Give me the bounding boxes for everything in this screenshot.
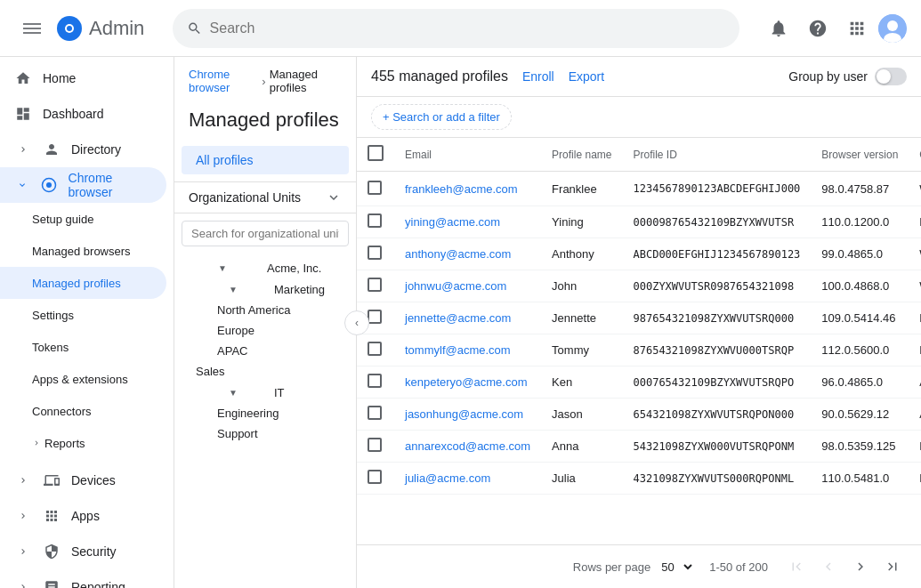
last-page-button[interactable] (878, 552, 907, 581)
sidebar-item-dashboard[interactable]: Dashboard (0, 96, 166, 132)
sidebar-child-setup-guide[interactable]: Setup guide (0, 203, 166, 235)
org-node-sales[interactable]: Sales (174, 361, 356, 382)
group-by-toggle[interactable] (875, 68, 907, 85)
svg-rect-0 (23, 23, 41, 25)
org-node-acme[interactable]: ▼ Acme, Inc. (174, 257, 356, 278)
search-org-input[interactable] (182, 221, 349, 246)
sidebar-child-managed-browsers[interactable]: Managed browsers (0, 235, 166, 267)
svg-point-7 (887, 20, 898, 31)
panel-collapse-button[interactable]: ‹ (344, 310, 369, 335)
sidebar-child-reports[interactable]: Reports (0, 427, 166, 459)
table-row: jennette@acme.com Jennette 987654321098Z… (357, 302, 921, 334)
svg-rect-2 (23, 32, 41, 34)
logo-circle (57, 16, 82, 41)
sidebar-child-managed-profiles[interactable]: Managed profiles (0, 267, 166, 299)
row-checkbox[interactable] (368, 213, 382, 228)
add-filter-button[interactable]: + Search or add a filter (371, 104, 512, 130)
row-checkbox[interactable] (368, 342, 382, 356)
row-profile-name: Jennette (541, 302, 622, 334)
row-os-version: Mac 12.6 (909, 206, 921, 238)
org-node-north-america[interactable]: North America (174, 300, 356, 320)
search-bar[interactable] (173, 9, 739, 48)
org-node-label: APAC (217, 344, 349, 358)
org-units-chevron-icon (326, 189, 342, 205)
export-link[interactable]: Export (569, 69, 604, 84)
row-checkbox[interactable] (368, 470, 382, 484)
prev-page-button[interactable] (814, 552, 843, 581)
row-checkbox[interactable] (368, 374, 382, 388)
sidebar-item-directory[interactable]: Directory (0, 132, 166, 167)
sidebar-child-tokens[interactable]: Tokens (0, 331, 166, 363)
row-checkbox[interactable] (368, 438, 382, 452)
row-email: tommylf@acme.com (394, 334, 541, 366)
search-input[interactable] (210, 20, 725, 36)
row-checkbox[interactable] (368, 310, 382, 324)
topbar: Admin (0, 0, 921, 57)
next-page-button[interactable] (846, 552, 875, 581)
menu-icon[interactable] (14, 11, 50, 46)
row-profile-id: 54321098ZYXW000VUTSRQPONM (622, 431, 811, 463)
sidebar-item-reporting[interactable]: Reporting (0, 569, 166, 588)
row-checkbox-cell (357, 399, 394, 431)
table-header-row: Email Profile name Profile ID Browser ve… (357, 138, 921, 172)
svg-point-9 (46, 182, 52, 188)
org-node-it[interactable]: ▼ IT (174, 382, 356, 403)
table-row: kenpeteryo@acme.com Ken 000765432109BZYX… (357, 366, 921, 399)
rows-per-page-select[interactable]: 50 10 25 100 (658, 560, 695, 575)
row-checkbox-cell (357, 463, 394, 495)
help-icon[interactable] (800, 11, 836, 46)
svg-point-5 (67, 26, 72, 31)
topbar-right (761, 11, 907, 46)
row-profile-name: Yining (541, 206, 622, 238)
sidebar-item-home[interactable]: Home (0, 60, 166, 96)
sidebar-child-apps-extensions[interactable]: Apps & extensions (0, 363, 166, 395)
row-browser-version: 98.0.5359.125 (811, 431, 909, 463)
apps-expand-icon (14, 507, 32, 525)
row-checkbox-cell (357, 366, 394, 399)
enroll-link[interactable]: Enroll (522, 69, 554, 84)
sidebar-child-connectors[interactable]: Connectors (0, 395, 166, 427)
dashboard-icon (14, 105, 32, 123)
reports-expand-icon (32, 439, 41, 447)
row-browser-version: 96.0.4865.0 (811, 366, 909, 399)
sidebar-child-settings[interactable]: Settings (0, 299, 166, 331)
row-checkbox[interactable] (368, 406, 382, 420)
notifications-icon[interactable] (761, 11, 796, 46)
apps-grid-icon[interactable] (839, 11, 875, 46)
row-checkbox[interactable] (368, 181, 382, 195)
header-checkbox[interactable] (368, 145, 384, 161)
org-units-header[interactable]: Organizational Units (174, 181, 356, 213)
table-row: julia@acme.com Julia 4321098ZYXWVUTS000R… (357, 463, 921, 495)
row-browser-version: 90.0.5629.12 (811, 399, 909, 431)
sidebar-item-devices[interactable]: Devices (0, 463, 166, 498)
org-node-apac[interactable]: APAC (174, 341, 356, 361)
sidebar-section-main: Home Dashboard Directory (0, 57, 174, 588)
row-checkbox[interactable] (368, 278, 382, 292)
sidebar-item-security[interactable]: Security (0, 534, 166, 569)
table-row: tommylf@acme.com Tommy 87654321098ZYXWVU… (357, 334, 921, 366)
org-node-engineering[interactable]: Engineering (174, 403, 356, 423)
row-os-version: Android 12 (909, 399, 921, 431)
breadcrumb-parent[interactable]: Chrome browser (189, 68, 258, 94)
row-checkbox[interactable] (368, 246, 382, 260)
row-email: johnwu@acme.com (394, 270, 541, 302)
table-toolbar: 455 managed profiles Enroll Export Group… (357, 57, 921, 97)
sidebar: Home Dashboard Directory (0, 57, 174, 588)
row-browser-version: 109.0.5414.46 (811, 302, 909, 334)
org-node-marketing[interactable]: ▼ Marketing (174, 278, 356, 300)
sidebar-item-apps[interactable]: Apps (0, 498, 166, 534)
row-checkbox-cell (357, 172, 394, 206)
all-profiles-button[interactable]: All profiles (182, 146, 349, 174)
avatar[interactable] (878, 14, 907, 43)
org-node-support[interactable]: Support (174, 423, 356, 444)
row-browser-version: 98.0.4758.87 (811, 172, 909, 206)
sidebar-item-chrome-browser[interactable]: Chrome browser (0, 167, 166, 203)
row-checkbox-cell (357, 270, 394, 302)
table-row: frankleeh@acme.com Franklee 123456789012… (357, 172, 921, 206)
first-page-button[interactable] (782, 552, 811, 581)
org-node-europe[interactable]: Europe (174, 320, 356, 341)
table-body: frankleeh@acme.com Franklee 123456789012… (357, 172, 921, 495)
row-profile-id: 987654321098ZYXWVUTSRQ000 (622, 302, 811, 334)
header-checkbox-col (357, 138, 394, 172)
expand-arrow-icon (14, 141, 32, 158)
